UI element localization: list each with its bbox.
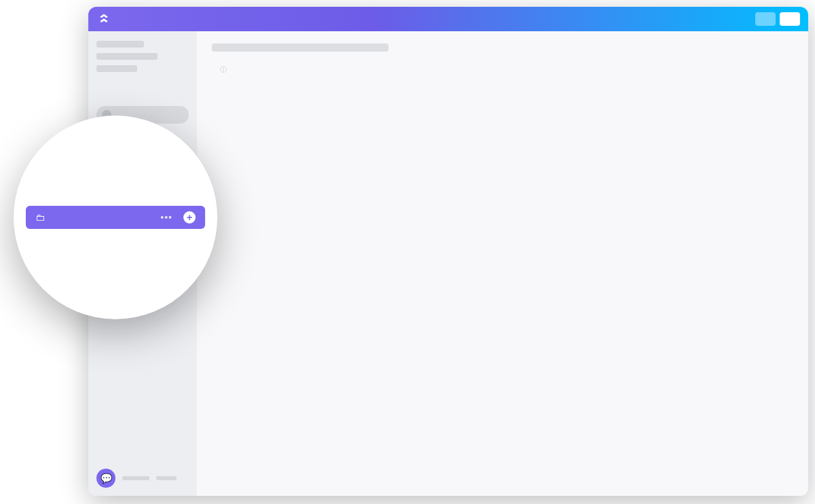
more-icon[interactable]: ••• xyxy=(160,212,173,223)
bottom-bar: 💬 xyxy=(96,469,177,488)
chat-icon[interactable]: 💬 xyxy=(96,469,115,488)
section-header: ⓘ xyxy=(212,65,793,75)
topbar-button[interactable] xyxy=(755,12,776,26)
sidebar-placeholder xyxy=(96,65,137,72)
topbar xyxy=(88,7,808,31)
placeholder xyxy=(156,476,177,480)
sidebar-zoom-lens: 🗀 ••• + xyxy=(14,115,217,319)
app-logo-icon[interactable] xyxy=(96,12,111,26)
add-icon[interactable]: + xyxy=(183,211,196,223)
sidebar-placeholder xyxy=(96,41,144,48)
page-title-placeholder xyxy=(212,43,388,52)
sidebar-item-meetings[interactable]: 🗀 ••• + xyxy=(26,206,205,229)
sidebar-placeholder xyxy=(96,53,158,60)
topbar-button[interactable] xyxy=(780,12,800,26)
main-content: ⓘ xyxy=(197,31,808,496)
placeholder xyxy=(122,476,149,480)
folder-icon: 🗀 xyxy=(35,212,45,223)
